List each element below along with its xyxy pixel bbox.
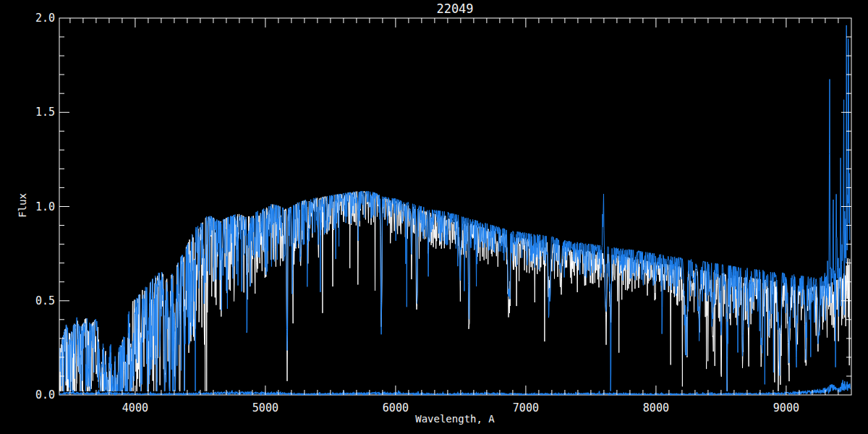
x-tick-label: 4000 (122, 401, 148, 414)
y-tick-label: 1.0 (35, 200, 55, 213)
y-tick-label: 0.5 (35, 294, 55, 307)
x-axis-label: Wavelength, A (415, 413, 495, 425)
spectrum-chart: 4000500060007000800090000.00.51.01.52.0 … (0, 0, 868, 434)
y-tick-label: 2.0 (35, 12, 55, 25)
y-tick-label: 0.0 (35, 388, 55, 401)
x-tick-label: 9000 (773, 401, 799, 414)
chart-title: 22049 (436, 1, 473, 16)
plot-window: 4000500060007000800090000.00.51.01.52.0 … (0, 0, 868, 434)
x-tick-label: 6000 (383, 401, 409, 414)
x-tick-label: 8000 (643, 401, 669, 414)
x-tick-label: 7000 (513, 401, 539, 414)
y-axis-label: Flux (17, 193, 28, 218)
x-tick-label: 5000 (252, 401, 278, 414)
y-tick-label: 1.5 (35, 106, 55, 119)
